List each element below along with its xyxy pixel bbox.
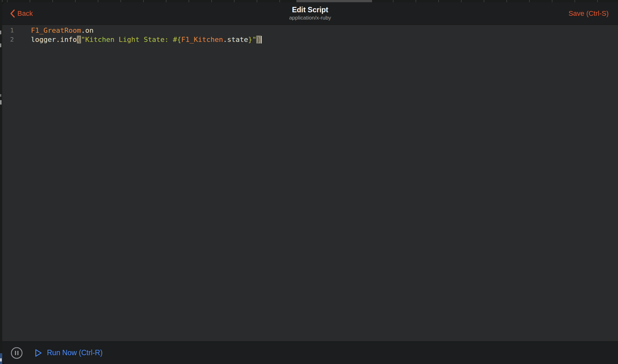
code-token: .on <box>81 26 94 34</box>
edit-script-sheet: Back Edit Script application/x-ruby Save… <box>2 2 618 364</box>
code-text: logger.info("Kitchen Light State: #{F1_K… <box>22 35 262 44</box>
navbar: Back Edit Script application/x-ruby Save… <box>2 2 618 25</box>
code-token: F1_GreatRoom <box>31 26 81 34</box>
line-number: 2 <box>2 35 22 44</box>
background-app-top-strip <box>0 0 618 2</box>
save-button[interactable]: Save (Ctrl-S) <box>568 2 609 25</box>
code-token: ) <box>256 36 260 43</box>
background-blue-fragment-mark <box>0 358 2 361</box>
pause-circle-icon <box>11 355 23 360</box>
navbar-title-group: Edit Script application/x-ruby <box>2 2 618 25</box>
code-token: "Kitchen Light State: #{ <box>81 36 181 43</box>
code-token: F1_Kitchen <box>181 36 223 43</box>
pause-button[interactable] <box>11 347 23 359</box>
chevron-left-icon <box>10 9 15 18</box>
background-fragment <box>0 31 1 34</box>
code-text: F1_GreatRoom.on <box>22 26 94 35</box>
code-line[interactable]: 2logger.info("Kitchen Light State: #{F1_… <box>2 35 618 44</box>
play-outline-icon <box>35 349 42 357</box>
page-subtitle: application/x-ruby <box>289 15 331 20</box>
code-token: .state <box>223 36 248 43</box>
bottom-toolbar: Run Now (Ctrl-R) <box>2 341 618 364</box>
run-now-button-label: Run Now (Ctrl-R) <box>47 349 102 357</box>
background-app-left-strip <box>0 2 2 364</box>
background-app-top-segment <box>296 0 372 2</box>
run-now-button[interactable]: Run Now (Ctrl-R) <box>35 342 102 364</box>
background-fragment <box>0 43 1 47</box>
code-line[interactable]: 1F1_GreatRoom.on <box>2 26 618 35</box>
save-button-label: Save (Ctrl-S) <box>568 9 609 18</box>
back-button-label: Back <box>17 9 33 18</box>
page-title: Edit Script <box>292 6 328 14</box>
code-token: ( <box>77 36 81 43</box>
line-number: 1 <box>2 26 22 35</box>
code-lines: 1F1_GreatRoom.on2logger.info("Kitchen Li… <box>2 26 618 44</box>
code-token: logger.info <box>31 36 77 43</box>
back-button[interactable]: Back <box>10 2 33 25</box>
background-fragment <box>0 94 1 97</box>
text-cursor <box>261 36 262 43</box>
code-token: }" <box>248 36 257 43</box>
code-editor[interactable]: 1F1_GreatRoom.on2logger.info("Kitchen Li… <box>2 25 618 341</box>
background-fragment <box>0 100 2 105</box>
